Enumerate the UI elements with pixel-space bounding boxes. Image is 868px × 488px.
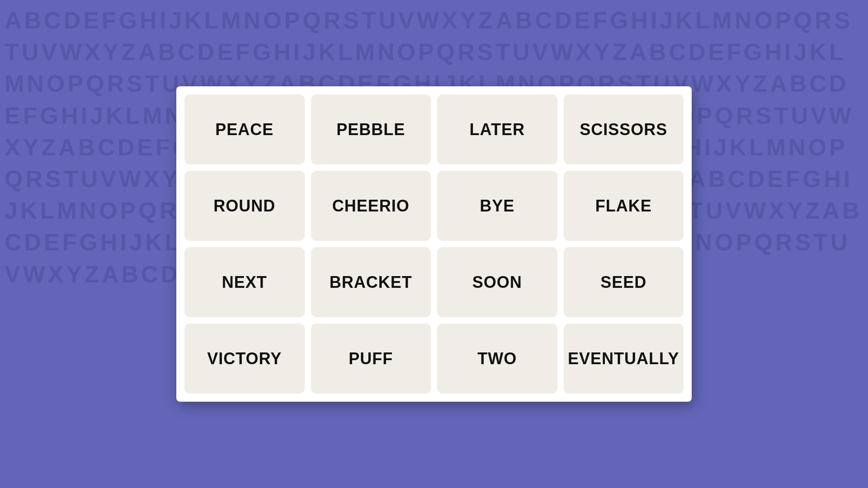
word-label: EVENTUALLY [568,349,679,368]
word-label: SEED [600,273,646,292]
word-card-round[interactable]: ROUND [184,171,305,241]
word-label: PUFF [349,349,393,368]
word-card-cheerio[interactable]: CHEERIO [311,171,431,241]
word-label: SCISSORS [580,120,667,139]
word-card-bracket[interactable]: BRACKET [311,247,431,317]
word-label: CHEERIO [332,197,410,216]
word-card-victory[interactable]: VICTORY [184,324,305,394]
word-card-next[interactable]: NEXT [184,247,305,317]
word-label: BRACKET [330,273,412,292]
word-label: PEBBLE [336,120,405,139]
word-label: SOON [472,273,522,292]
word-card-seed[interactable]: SEED [564,247,684,317]
word-card-bye[interactable]: BYE [437,171,557,241]
word-card-two[interactable]: TWO [437,324,557,394]
word-card-scissors[interactable]: SCISSORS [564,94,684,164]
word-label: VICTORY [207,349,282,368]
word-grid: PEACEPEBBLELATERSCISSORSROUNDCHEERIOBYEF… [184,94,684,394]
word-card-later[interactable]: LATER [437,94,557,164]
word-label: TWO [477,349,517,368]
word-label: ROUND [213,197,275,216]
word-label: BYE [480,197,514,216]
word-card-puff[interactable]: PUFF [311,324,431,394]
word-label: LATER [470,120,525,139]
word-card-peace[interactable]: PEACE [184,94,305,164]
word-card-flake[interactable]: FLAKE [564,171,684,241]
word-grid-panel: PEACEPEBBLELATERSCISSORSROUNDCHEERIOBYEF… [176,86,692,402]
word-label: PEACE [215,120,274,139]
word-label: NEXT [222,273,267,292]
word-card-soon[interactable]: SOON [437,247,557,317]
word-card-eventually[interactable]: EVENTUALLY [564,324,684,394]
word-card-pebble[interactable]: PEBBLE [311,94,431,164]
word-label: FLAKE [595,197,652,216]
